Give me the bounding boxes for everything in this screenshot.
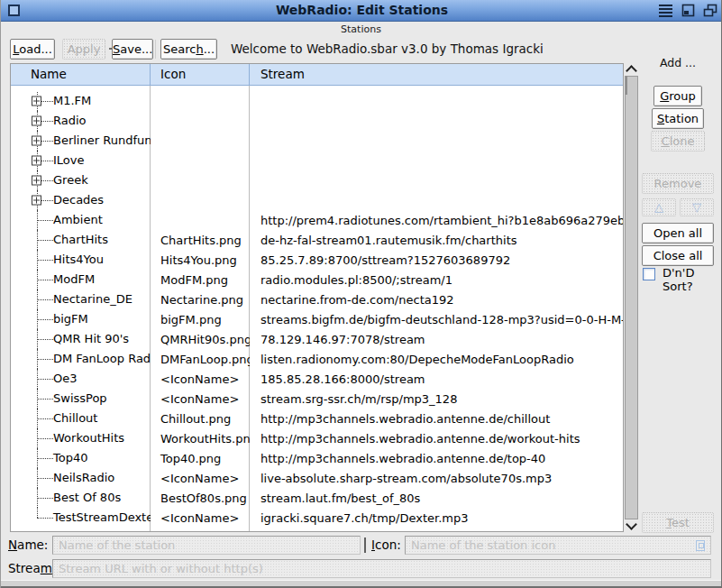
test-button[interactable]: Test [642,512,714,533]
move-up-button[interactable]: △ [642,198,676,216]
window-subtitle: Stations [1,23,721,35]
table-row[interactable]: Top40Top40.pnghttp://mp3channels.webradi… [11,448,623,468]
tree-expand-plus-icon[interactable] [32,136,41,146]
table-row[interactable]: ModFMModFM.pngradio.modules.pl:8500/;str… [11,270,623,289]
station-name: Top40 [53,451,87,464]
down-triangle-icon: ▽ [692,200,701,214]
station-name: Hits4You [53,253,104,266]
station-stream-url: streams.bigfm.de/bigfm-deutschland-128-m… [250,313,623,326]
station-name: Chillout [53,411,97,425]
tree-expand-plus-icon[interactable] [32,116,41,126]
station-name: WorkoutHits [53,431,124,445]
station-name: ModFM [53,272,95,286]
open-all-button[interactable]: Open all [642,223,714,243]
station-stream-url: stream.srg-ssr.ch/m/rsp/mp3_128 [250,392,623,406]
table-row[interactable]: WorkoutHitsWorkoutHits.pnghttp://mp3chan… [11,428,623,448]
table-row[interactable]: SwissPop<IconName>stream.srg-ssr.ch/m/rs… [11,389,623,409]
icon-input[interactable]: Name of the station icon [405,536,711,555]
tree-expand-plus-icon[interactable] [32,156,41,166]
station-icon-filename: <IconName> [151,392,250,406]
apply-button[interactable]: Apply [62,39,105,60]
tree-expand-plus-icon[interactable] [32,196,41,206]
station-stream-url: 78.129.146.97:7078/stream [250,333,623,346]
table-row[interactable]: ILove [11,151,623,170]
station-icon-filename: bigFM.png [151,313,250,326]
move-down-button[interactable]: ▽ [680,198,714,216]
station-icon-filename: <IconName> [151,372,250,386]
table-row[interactable]: DM FanLoop RadioDMFanLoop.pnglisten.radi… [11,349,623,369]
load-button[interactable]: Load... [10,39,55,60]
station-name: Ambient [53,213,103,226]
table-row[interactable]: NeilsRadio<IconName>live-absolute.sharp-… [11,468,623,488]
webradio-edit-stations-window: WebRadio: Edit Stations Stations Load...… [0,0,722,588]
station-stream-url: 185.85.28.166:8000/stream [250,372,623,386]
table-row[interactable]: ChartHitsChartHits.pngde-hz-fal-stream01… [11,230,623,250]
search-button[interactable]: Search... [160,39,217,60]
icon-field-label: Icon: [371,536,401,555]
station-name: Radio [53,114,87,127]
station-name: Best Of 80s [53,491,121,504]
save-button[interactable]: Save... [112,39,153,60]
remove-button[interactable]: Remove [642,173,714,194]
table-row[interactable]: Greek [11,170,623,190]
table-row[interactable]: Hits4YouHits4You.png85.25.7.89:8700/sttr… [11,250,623,270]
list-scrollbar[interactable] [624,63,638,532]
station-name: TestStreamDexter [53,510,151,524]
table-row[interactable]: Best Of 80sBestOf80s.pngstream.laut.fm/b… [11,488,623,508]
scrollbar-track[interactable] [625,76,638,519]
station-list-header: Name Icon Stream [11,64,623,86]
scroll-down-arrow-icon[interactable] [624,519,638,532]
window-resize-bar[interactable] [1,580,721,588]
name-input[interactable]: Name of the station [52,536,361,555]
dnd-sort-checkbox[interactable] [643,268,655,280]
station-stream-url: http://mp3channels.webradio.antenne.de/w… [250,432,623,446]
tree-expand-plus-icon[interactable] [32,96,41,106]
column-header-stream[interactable]: Stream [250,64,623,85]
up-triangle-icon: △ [654,200,663,214]
station-name: SwissPop [53,391,107,405]
table-row[interactable]: Berliner Rundfunk [11,131,623,151]
form-balance-handle[interactable] [364,537,366,553]
station-stream-url: stream.laut.fm/best_of_80s [250,492,623,505]
station-icon-filename: Nectarine.png [151,293,250,307]
station-name: Nectarine_DE [53,292,133,306]
table-row[interactable]: Oe3<IconName>185.85.28.166:8000/stream [11,369,623,389]
table-row[interactable]: Nectarine_DENectarine.pngnectarine.from-… [11,289,623,309]
table-row[interactable]: bigFMbigFM.pngstreams.bigfm.de/bigfm-deu… [11,309,623,329]
table-row[interactable]: ChilloutChillout.pnghttp://mp3channels.w… [11,409,623,428]
table-row[interactable]: QMR Hit 90'sQMRHit90s.png78.129.146.97:7… [11,329,623,349]
table-row[interactable]: Ambienthttp://prem4.radiotunes.com/rtamb… [11,210,623,230]
station-stream-url: http://prem4.radiotunes.com/rtambient_hi… [250,214,623,227]
column-header-icon[interactable]: Icon [151,64,250,85]
station-stream-url: live-absolute.sharp-stream.com/absolute7… [250,472,623,485]
station-name: bigFM [53,312,88,326]
station-icon-filename: BestOf80s.png [151,492,250,505]
column-header-name[interactable]: Name [11,64,151,85]
station-name: ILove [53,153,85,167]
titlebar[interactable]: WebRadio: Edit Stations [1,0,722,22]
table-row[interactable]: M1.FM [11,91,623,111]
zoom-gadget-icon[interactable] [681,4,695,17]
station-stream-url: radio.modules.pl:8500/;stream/1 [250,273,623,287]
depth-gadget-icon[interactable] [703,4,717,17]
station-stream-url: nectarine.from-de.com/necta192 [250,293,623,307]
stream-input[interactable]: Stream URL with or without http(s) [52,559,711,578]
station-name: ChartHits [53,233,108,246]
toolbar-separator [155,40,156,59]
scrollbar-thumb[interactable] [626,76,627,95]
station-name: NeilsRadio [53,471,114,484]
icon-file-popup-icon[interactable] [696,540,705,551]
clone-button[interactable]: Clone [651,131,705,152]
add-station-button[interactable]: Station [652,108,704,129]
table-row[interactable]: Decades [11,190,623,210]
close-all-button[interactable]: Close all [642,245,714,266]
table-row[interactable]: TestStreamDexter<IconName>igracki.square… [11,508,623,528]
add-group-button[interactable]: Group [653,86,702,106]
station-icon-filename: <IconName> [151,511,250,525]
tree-expand-plus-icon[interactable] [32,176,41,186]
table-row[interactable]: Radio [11,111,623,131]
menu-icon[interactable] [658,4,673,17]
station-icon-filename: Hits4You.png [151,253,250,267]
station-stream-url: igracki.square7.ch/tmp/Dexter.mp3 [250,511,623,525]
station-icon-filename: ChartHits.png [151,234,250,247]
